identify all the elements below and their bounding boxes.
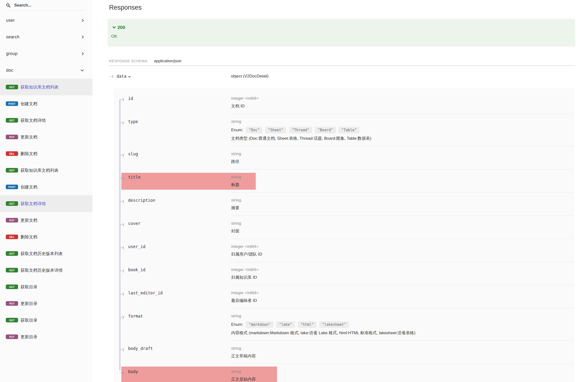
collapse-chevron-icon[interactable]	[128, 75, 131, 78]
chevron-down-icon	[112, 25, 116, 28]
method-badge-get: GET	[6, 268, 18, 273]
method-badge-put: PUT	[6, 335, 18, 339]
sidebar-group-user[interactable]: user	[0, 12, 92, 29]
sidebar-op-label: 创建文档	[21, 184, 37, 190]
sidebar-op-get-15[interactable]: GET获取文档历史版本详情	[0, 262, 92, 278]
property-description: 标题	[231, 182, 569, 187]
property-name: book_id	[128, 267, 146, 272]
sidebar-op-post-10[interactable]: POST创建文档	[0, 179, 92, 195]
schema-property-row-slug: slugstring路径	[115, 146, 573, 170]
tree-tick-icon	[120, 316, 124, 319]
sidebar-op-get-18[interactable]: GET获取目录	[0, 312, 92, 328]
tree-tick-icon	[120, 223, 124, 226]
property-name: id	[128, 96, 133, 101]
enum-value-chip: "markdown"	[246, 321, 273, 328]
schema-property-row-type: typestringEnum:"Doc""Sheet""Thread""Boar…	[115, 114, 573, 146]
property-name-cell: slug	[115, 146, 231, 170]
method-badge-get: GET	[6, 168, 18, 172]
property-description: 内容格式 (markdown:Markdown 格式, lake:语雀 Lake…	[231, 331, 569, 336]
sidebar-op-get-16[interactable]: GET获取目录	[0, 278, 92, 295]
enum-value-chip: "Thread"	[289, 127, 312, 133]
schema-divider	[108, 66, 575, 66]
property-name: title	[128, 175, 140, 180]
method-badge-get: GET	[6, 85, 18, 89]
content-type-selector[interactable]: application/json	[154, 59, 181, 63]
schema-object-box: idinteger <int64>文档 IDtypestringEnum:"Do…	[114, 89, 574, 382]
enum-value-chip: "Doc"	[246, 127, 262, 133]
page-title: Responses	[109, 3, 575, 12]
sidebar-op-label: 获取文档历史版本列表	[21, 251, 63, 256]
sidebar-op-del-8[interactable]: DEL删除文档	[0, 145, 92, 162]
property-type: string	[231, 198, 569, 203]
sidebar-op-get-6[interactable]: GET获取文档详情	[0, 112, 92, 129]
tree-tick-icon	[120, 371, 124, 374]
search-icon	[6, 3, 10, 7]
tree-tick-icon	[109, 75, 113, 78]
schema-property-row-description: descriptionstring摘要	[115, 192, 573, 216]
sidebar-op-label: 删除文档	[21, 234, 37, 240]
sidebar-op-label: 更新目录	[21, 301, 37, 306]
root-property-type: object (V2DocDetail)	[231, 74, 269, 79]
chevron-right-icon	[81, 52, 84, 55]
property-detail-cell: string正文草稿内容	[231, 341, 573, 364]
sidebar-op-label: 获取目录	[21, 284, 37, 290]
enum-value-chip: "Board"	[315, 127, 336, 133]
sidebar-op-label: 删除文档	[21, 151, 37, 157]
method-badge-get: GET	[6, 318, 18, 322]
enum-value-chip: "Sheet"	[265, 127, 286, 133]
search-input[interactable]	[14, 3, 72, 8]
sidebar-op-put-19[interactable]: PUT更新目录	[0, 328, 92, 345]
sidebar-group-doc[interactable]: doc	[0, 62, 92, 79]
property-description: 最后编辑者 ID	[231, 298, 569, 303]
property-name: cover	[128, 221, 140, 226]
sidebar-group-search[interactable]: search	[0, 29, 92, 45]
property-detail-cell: string路径	[231, 146, 573, 170]
sidebar-op-label: 更新文档	[21, 217, 37, 223]
property-type: integer <int64>	[231, 96, 569, 101]
sidebar-op-get-14[interactable]: GET获取文档历史版本列表	[0, 245, 92, 262]
sidebar-op-put-12[interactable]: PUT更新文档	[0, 212, 92, 229]
property-detail-cell: stringEnum:"markdown""lake""html""lakesh…	[231, 308, 573, 341]
chevron-right-icon	[81, 36, 84, 39]
sidebar-group-label: group	[6, 51, 18, 56]
method-badge-del: DEL	[6, 151, 18, 156]
property-detail-cell: integer <int64>最后编辑者 ID	[231, 285, 573, 308]
method-badge-put: PUT	[6, 218, 18, 222]
property-type: string	[231, 346, 569, 351]
property-description: 摘要	[231, 206, 569, 211]
property-description: 封面	[231, 229, 569, 233]
property-type: string	[231, 221, 569, 226]
method-badge-put: PUT	[6, 301, 18, 306]
tree-tick-icon	[120, 246, 124, 249]
property-name: user_id	[128, 244, 146, 249]
sidebar-op-label: 获取文档详情	[21, 201, 46, 207]
response-code: 200	[118, 25, 125, 30]
property-type: string	[231, 151, 569, 156]
property-name: body	[128, 369, 138, 374]
tree-tick-icon	[120, 293, 124, 296]
sidebar-op-del-13[interactable]: DEL删除文档	[0, 229, 92, 245]
property-detail-cell: string正文原始内容	[231, 364, 573, 382]
sidebar-op-get-11[interactable]: GET获取文档详情	[0, 195, 92, 212]
sidebar-op-put-17[interactable]: PUT更新目录	[0, 295, 92, 312]
property-type: integer <int64>	[231, 244, 569, 249]
sidebar-op-post-5[interactable]: POST创建文档	[0, 95, 92, 112]
response-schema-row: RESPONSE SCHEMA: application/json	[109, 59, 575, 63]
property-detail-cell: integer <int64>归属知识库 ID	[231, 262, 573, 285]
sidebar-group-group[interactable]: group	[0, 45, 92, 62]
tree-tick-icon	[120, 177, 124, 180]
method-badge-get: GET	[6, 251, 18, 256]
property-name-cell: description	[115, 192, 231, 216]
sidebar-op-put-7[interactable]: PUT更新文档	[0, 129, 92, 145]
property-description: 归属知识库 ID	[231, 275, 569, 280]
sidebar-op-get-9[interactable]: GET获取知识库文档列表	[0, 162, 92, 179]
enum-value-chip: "lake"	[276, 321, 294, 328]
property-detail-cell: stringEnum:"Doc""Sheet""Thread""Board""T…	[231, 114, 573, 146]
property-name-cell: title	[115, 170, 231, 192]
tree-tick-icon	[120, 348, 124, 351]
sidebar-op-get-4[interactable]: GET获取知识库文档列表	[0, 79, 92, 95]
property-type: string	[231, 369, 569, 374]
schema-property-row-last_editor_id: last_editor_idinteger <int64>最后编辑者 ID	[115, 285, 573, 308]
response-200-panel[interactable]: 200 OK	[108, 19, 575, 46]
schema-property-row-book_id: book_idinteger <int64>归属知识库 ID	[115, 262, 573, 285]
